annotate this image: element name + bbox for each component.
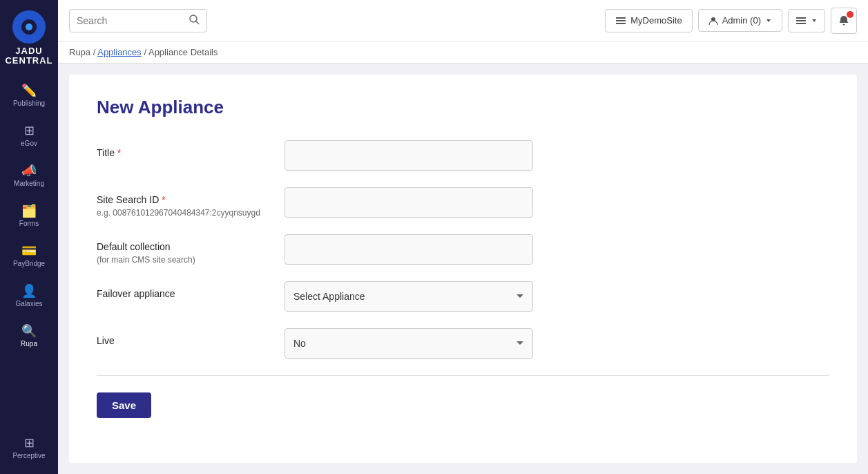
list-view-button[interactable] (788, 9, 825, 32)
site-search-id-input[interactable] (284, 187, 533, 218)
default-collection-hint: (for main CMS site search) (97, 255, 262, 265)
title-label-col: Title * (97, 140, 262, 158)
topbar-right: MyDemoSite Admin (0) (605, 8, 857, 34)
notification-button[interactable] (831, 8, 857, 34)
dropdown-arrow-icon (811, 17, 818, 24)
admin-label: Admin (0) (722, 15, 761, 26)
sidebar-item-label: Publishing (13, 99, 45, 108)
chevron-down-icon (765, 17, 772, 24)
form-divider (97, 375, 829, 376)
site-search-id-required-mark: * (162, 194, 165, 205)
paybridge-icon: 💳 (21, 245, 37, 257)
sidebar-item-label: Forms (19, 220, 39, 228)
failover-appliance-form-row: Failover appliance Select Appliance (97, 281, 829, 312)
sidebar-nav: ✏️ Publishing ⊞ eGov 📣 Marketing 🗂️ Form… (0, 76, 58, 428)
sidebar-item-paybridge[interactable]: 💳 PayBridge (0, 236, 58, 276)
perceptive-icon: ⊞ (24, 437, 35, 449)
title-input[interactable] (284, 140, 533, 171)
sidebar-logo: JADUCENTRAL (0, 0, 58, 76)
sidebar-item-label: Marketing (14, 180, 44, 188)
galaxies-icon: 👤 (21, 285, 37, 297)
title-field-col (284, 140, 533, 171)
topbar: MyDemoSite Admin (0) (58, 0, 868, 41)
forms-icon: 🗂️ (21, 205, 37, 217)
search-box[interactable] (69, 9, 207, 32)
sidebar: JADUCENTRAL ✏️ Publishing ⊞ eGov 📣 Marke… (0, 0, 58, 474)
main-content: MyDemoSite Admin (0) Rupa / A (58, 0, 868, 474)
svg-rect-8 (796, 23, 806, 24)
sidebar-item-perceptive[interactable]: ⊞ Perceptive (0, 428, 58, 468)
title-form-row: Title * (97, 140, 829, 171)
save-button[interactable]: Save (97, 392, 151, 418)
svg-line-1 (196, 21, 199, 24)
marketing-icon: 📣 (21, 164, 37, 177)
default-collection-form-row: Default collection (for main CMS site se… (97, 234, 829, 265)
site-search-id-label-col: Site Search ID * e.g. 008761012967040484… (97, 187, 262, 218)
live-form-row: Live No Yes (97, 328, 829, 359)
logo-text: JADUCENTRAL (5, 46, 52, 66)
live-field-col: No Yes (284, 328, 533, 359)
default-collection-field-col (284, 234, 533, 265)
svg-rect-2 (616, 17, 626, 19)
svg-rect-6 (796, 17, 806, 19)
sidebar-item-label: Galaxies (16, 300, 43, 308)
site-search-id-label: Site Search ID * (97, 194, 262, 205)
live-label: Live (97, 335, 262, 346)
failover-appliance-label: Failover appliance (97, 288, 262, 299)
title-required-mark: * (117, 147, 121, 158)
page-body: New Appliance Title * Site Search ID * e… (69, 75, 857, 463)
search-input[interactable] (77, 15, 183, 26)
breadcrumb-root: Rupa (69, 47, 90, 57)
default-collection-label: Default collection (97, 241, 262, 252)
sidebar-item-egov[interactable]: ⊞ eGov (0, 116, 58, 156)
failover-appliance-field-col: Select Appliance (284, 281, 533, 312)
svg-rect-3 (616, 20, 626, 21)
sidebar-item-publishing[interactable]: ✏️ Publishing (0, 76, 58, 116)
sidebar-bottom: ⊞ Perceptive (0, 428, 58, 474)
breadcrumb-current: Appliance Details (148, 47, 218, 57)
svg-rect-7 (796, 20, 806, 21)
sidebar-item-forms[interactable]: 🗂️ Forms (0, 196, 58, 236)
page-title: New Appliance (97, 97, 829, 118)
sidebar-item-label: Rupa (21, 340, 37, 348)
sidebar-item-marketing[interactable]: 📣 Marketing (0, 156, 58, 196)
site-search-id-hint: e.g. 008761012967040484347:2cyyqnsuygd (97, 208, 262, 218)
site-selector-button[interactable]: MyDemoSite (605, 9, 692, 32)
default-collection-label-col: Default collection (for main CMS site se… (97, 234, 262, 265)
svg-rect-4 (616, 23, 626, 24)
egov-icon: ⊞ (24, 124, 35, 137)
publishing-icon: ✏️ (21, 84, 37, 97)
sidebar-item-galaxies[interactable]: 👤 Galaxies (0, 276, 58, 316)
list-icon (795, 15, 807, 26)
breadcrumb-link[interactable]: Appliances (97, 47, 142, 57)
site-search-id-form-row: Site Search ID * e.g. 008761012967040484… (97, 187, 829, 218)
sidebar-item-label: eGov (21, 140, 37, 148)
failover-appliance-label-col: Failover appliance (97, 281, 262, 299)
site-search-id-field-col (284, 187, 533, 218)
title-label: Title * (97, 147, 262, 158)
rupa-icon: 🔍 (21, 325, 37, 337)
site-name: MyDemoSite (630, 15, 682, 26)
default-collection-input[interactable] (284, 234, 533, 265)
sidebar-item-label: PayBridge (13, 260, 45, 268)
notification-badge (847, 11, 853, 18)
breadcrumb: Rupa / Appliances / Appliance Details (58, 41, 868, 64)
failover-appliance-select[interactable]: Select Appliance (284, 281, 533, 312)
admin-menu-button[interactable]: Admin (0) (698, 9, 782, 32)
sidebar-item-rupa[interactable]: 🔍 Rupa (0, 316, 58, 357)
live-label-col: Live (97, 328, 262, 346)
logo-icon (12, 10, 46, 44)
search-icon (189, 14, 200, 28)
sidebar-item-label: Perceptive (12, 452, 45, 460)
svg-point-0 (190, 15, 197, 22)
live-select[interactable]: No Yes (284, 328, 533, 359)
